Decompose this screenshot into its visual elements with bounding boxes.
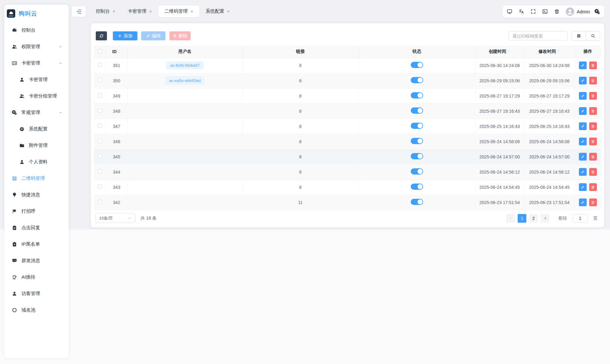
row-checkbox[interactable] (98, 184, 102, 189)
row-edit-button[interactable] (579, 168, 587, 176)
translate-button[interactable] (519, 9, 524, 14)
row-checkbox[interactable] (98, 200, 102, 204)
tab-0[interactable]: 控制台× (90, 6, 122, 17)
status-toggle[interactable] (411, 184, 423, 190)
row-delete-button[interactable] (589, 138, 597, 145)
edit-button[interactable]: 编辑 (141, 31, 165, 40)
search-button[interactable] (586, 31, 600, 40)
row-checkbox[interactable] (98, 93, 102, 98)
prev-page-button[interactable] (506, 214, 515, 223)
sort-icon[interactable] (118, 49, 121, 54)
tab-2[interactable]: 二维码管理× (158, 6, 200, 17)
select-all-checkbox[interactable] (98, 49, 102, 53)
cell-modified: 2025-06-24 14:58:08 (524, 134, 575, 149)
row-checkbox[interactable] (98, 63, 102, 67)
row-edit-button[interactable] (579, 61, 587, 69)
row-delete-button[interactable] (589, 92, 597, 100)
row-checkbox[interactable] (98, 124, 102, 128)
sidebar-item-0[interactable]: 控制台 (4, 22, 69, 39)
tab-1[interactable]: 卡密管理× (122, 6, 158, 17)
row-checkbox[interactable] (98, 78, 102, 82)
row-edit-button[interactable] (579, 92, 587, 100)
row-delete-button[interactable] (589, 153, 597, 161)
page-button-2[interactable]: 2 (529, 214, 538, 223)
trash-button[interactable] (554, 9, 560, 14)
row-edit-button[interactable] (579, 153, 587, 161)
row-delete-button[interactable] (589, 107, 597, 115)
tab-3[interactable]: 系统配置× (199, 6, 236, 17)
status-toggle[interactable] (411, 62, 423, 68)
row-delete-button[interactable] (589, 61, 597, 69)
column-header-created[interactable]: 创建时间 (475, 46, 524, 58)
column-header-modified[interactable]: 修改时间 (524, 46, 575, 58)
sidebar-item-10[interactable]: 快捷消息 (4, 187, 69, 203)
fullscreen-button[interactable] (530, 9, 536, 14)
status-toggle[interactable] (411, 153, 423, 159)
sidebar-item-2[interactable]: 卡密管理 (4, 55, 69, 71)
status-toggle[interactable] (411, 77, 423, 83)
row-delete-button[interactable] (589, 122, 597, 130)
row-edit-button[interactable] (579, 77, 587, 84)
row-delete-button[interactable] (589, 183, 597, 191)
sidebar-item-17[interactable]: 域名池 (4, 302, 69, 318)
status-toggle[interactable] (411, 123, 423, 129)
row-checkbox[interactable] (98, 139, 102, 143)
username-chip[interactable]: ac-ea5e-ebb93ed (165, 77, 205, 84)
status-toggle[interactable] (411, 138, 423, 144)
status-toggle[interactable] (411, 168, 423, 175)
row-edit-button[interactable] (579, 138, 587, 145)
tab-close-icon[interactable]: × (113, 9, 115, 14)
settings-gears-button[interactable] (594, 9, 600, 15)
sidebar-item-7[interactable]: 附件管理 (4, 137, 69, 154)
sidebar-item-15[interactable]: AI接待 (4, 269, 69, 285)
sidebar-item-6[interactable]: 系统配置 (4, 121, 69, 137)
row-delete-button[interactable] (589, 77, 597, 84)
tab-close-icon[interactable]: × (227, 9, 230, 14)
sidebar-item-3[interactable]: 卡密管理 (4, 71, 69, 88)
row-checkbox[interactable] (98, 154, 102, 158)
column-header-id[interactable]: ID (106, 46, 127, 58)
row-delete-button[interactable] (589, 198, 597, 206)
avatar[interactable] (566, 7, 574, 16)
status-toggle[interactable] (411, 199, 423, 205)
username-label[interactable]: Admin (577, 9, 590, 14)
row-checkbox[interactable] (98, 108, 102, 113)
username-chip[interactable]: ac-fb46-5fe6a57 (166, 61, 203, 69)
sidebar-item-1[interactable]: 权限管理 (4, 39, 69, 55)
sidebar-item-12[interactable]: 点击回复 (4, 220, 69, 236)
row-edit-button[interactable] (579, 183, 587, 191)
sort-icon[interactable] (507, 49, 511, 53)
monitor-button[interactable] (507, 9, 512, 14)
sidebar-item-16[interactable]: 访客管理 (4, 285, 69, 302)
status-toggle[interactable] (411, 107, 423, 114)
sort-icon[interactable] (557, 49, 560, 53)
add-button[interactable]: 添加 (113, 31, 137, 40)
status-toggle[interactable] (411, 92, 423, 98)
terminal-button[interactable] (542, 9, 548, 14)
sidebar-item-5[interactable]: 常规管理 (4, 104, 69, 121)
page-button-1[interactable]: 1 (518, 214, 526, 223)
row-edit-button[interactable] (579, 122, 587, 130)
page-size-select[interactable]: 10条/页 (95, 213, 135, 223)
goto-page-input[interactable] (573, 214, 588, 223)
row-delete-button[interactable] (589, 168, 597, 176)
refresh-button[interactable] (96, 31, 107, 40)
delete-button[interactable]: 删除 (169, 31, 191, 40)
search-input[interactable] (509, 31, 567, 40)
row-checkbox[interactable] (98, 169, 102, 174)
sidebar-item-11[interactable]: 打招呼 (4, 203, 69, 220)
sidebar-item-label: IP黑名单 (21, 241, 40, 247)
row-edit-button[interactable] (579, 107, 587, 115)
sidebar-item-8[interactable]: 个人资料 (4, 154, 69, 170)
cell-status (358, 149, 475, 164)
tab-close-icon[interactable]: × (191, 9, 193, 14)
sidebar-collapse-button[interactable] (72, 6, 85, 17)
sidebar-item-4[interactable]: 卡密分组管理 (4, 88, 69, 104)
next-page-button[interactable] (541, 214, 549, 223)
sidebar-item-14[interactable]: 群发消息 (4, 253, 69, 269)
sidebar-item-13[interactable]: IP黑名单 (4, 236, 69, 253)
sidebar-item-9[interactable]: 二维码管理 (4, 170, 69, 187)
row-edit-button[interactable] (579, 198, 587, 206)
tab-close-icon[interactable]: × (149, 9, 152, 14)
grid-view-button[interactable] (572, 31, 586, 40)
